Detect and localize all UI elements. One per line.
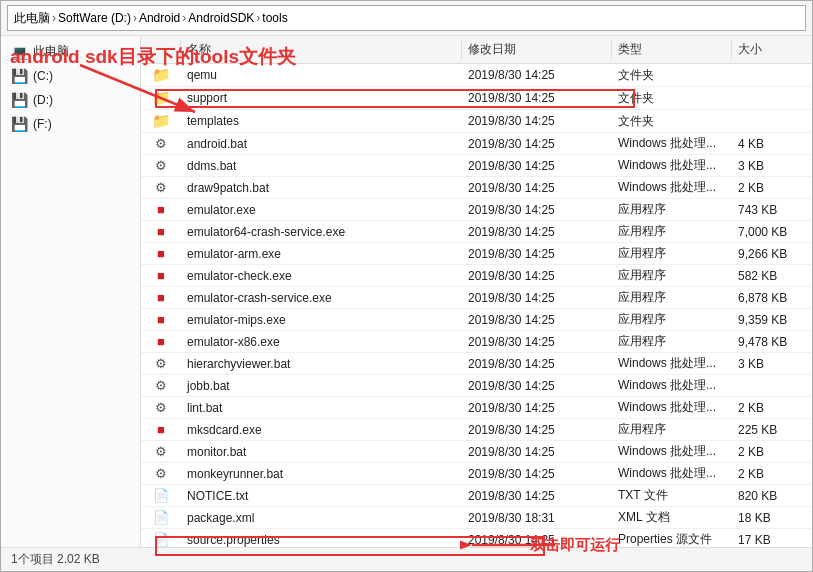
table-row[interactable]: ■ emulator.exe 2019/8/30 14:25 应用程序 743 … <box>141 199 812 221</box>
sidebar-item-d[interactable]: 💾 (D:) <box>1 89 140 111</box>
file-icon-cell: ⚙ <box>141 178 181 197</box>
file-icon-cell: 📄 <box>141 486 181 505</box>
file-modified: 2019/8/30 14:25 <box>462 245 612 263</box>
file-size: 3 KB <box>732 355 812 373</box>
file-icon-cell: ⚙ <box>141 156 181 175</box>
column-headers: 名称 修改日期 类型 大小 <box>141 36 812 64</box>
file-size: 2 KB <box>732 465 812 483</box>
file-name: source.properties <box>181 531 462 548</box>
file-size: 2 KB <box>732 443 812 461</box>
file-modified: 2019/8/30 14:25 <box>462 421 612 439</box>
file-size: 6,878 KB <box>732 289 812 307</box>
table-row[interactable]: 📁 templates 2019/8/30 14:25 文件夹 <box>141 110 812 133</box>
file-modified: 2019/8/30 14:25 <box>462 377 612 395</box>
file-size: 17 KB <box>732 531 812 548</box>
file-modified: 2019/8/30 14:25 <box>462 157 612 175</box>
table-row[interactable]: ■ emulator-mips.exe 2019/8/30 14:25 应用程序… <box>141 309 812 331</box>
file-icon-cell: ■ <box>141 244 181 263</box>
file-type: 文件夹 <box>612 65 732 86</box>
table-row[interactable]: ⚙ monkeyrunner.bat 2019/8/30 14:25 Windo… <box>141 463 812 485</box>
file-size: 3 KB <box>732 157 812 175</box>
file-modified: 2019/8/30 18:31 <box>462 509 612 527</box>
col-header-name[interactable]: 名称 <box>181 39 462 60</box>
file-size: 9,266 KB <box>732 245 812 263</box>
file-type: Windows 批处理... <box>612 397 732 418</box>
sidebar-label: 此电脑 <box>33 43 69 60</box>
file-icon-cell: ⚙ <box>141 398 181 417</box>
sidebar-item-thispc[interactable]: 💻 此电脑 <box>1 40 140 63</box>
table-row[interactable]: ⚙ lint.bat 2019/8/30 14:25 Windows 批处理..… <box>141 397 812 419</box>
file-modified: 2019/8/30 14:25 <box>462 135 612 153</box>
file-name: package.xml <box>181 509 462 527</box>
table-row[interactable]: ■ emulator-arm.exe 2019/8/30 14:25 应用程序 … <box>141 243 812 265</box>
sidebar-item-c[interactable]: 💾 (C:) <box>1 65 140 87</box>
file-name: emulator-crash-service.exe <box>181 289 462 307</box>
file-size: 2 KB <box>732 399 812 417</box>
file-list: 📁 qemu 2019/8/30 14:25 文件夹 📁 support 201… <box>141 64 812 547</box>
table-row[interactable]: ■ mksdcard.exe 2019/8/30 14:25 应用程序 225 … <box>141 419 812 441</box>
col-header-size[interactable]: 大小 <box>732 39 812 60</box>
file-type: 应用程序 <box>612 287 732 308</box>
file-type: Windows 批处理... <box>612 375 732 396</box>
file-icon-cell: ⚙ <box>141 442 181 461</box>
breadcrumb[interactable]: 此电脑 › SoftWare (D:) › Android › AndroidS… <box>7 5 806 31</box>
file-name: emulator.exe <box>181 201 462 219</box>
sidebar-item-f[interactable]: 💾 (F:) <box>1 113 140 135</box>
sidebar-label: (C:) <box>33 69 53 83</box>
table-row[interactable]: 📄 NOTICE.txt 2019/8/30 14:25 TXT 文件 820 … <box>141 485 812 507</box>
file-size <box>732 73 812 77</box>
table-row[interactable]: ■ emulator-check.exe 2019/8/30 14:25 应用程… <box>141 265 812 287</box>
file-size: 4 KB <box>732 135 812 153</box>
file-type: Windows 批处理... <box>612 353 732 374</box>
file-modified: 2019/8/30 14:25 <box>462 201 612 219</box>
file-name: jobb.bat <box>181 377 462 395</box>
table-row[interactable]: ■ emulator-crash-service.exe 2019/8/30 1… <box>141 287 812 309</box>
table-row[interactable]: ⚙ ddms.bat 2019/8/30 14:25 Windows 批处理..… <box>141 155 812 177</box>
file-list-container: 名称 修改日期 类型 大小 📁 qemu 2019/8/30 14:25 文件夹… <box>141 36 812 547</box>
file-icon-cell: ⚙ <box>141 464 181 483</box>
col-header-type[interactable]: 类型 <box>612 39 732 60</box>
table-row[interactable]: ⚙ hierarchyviewer.bat 2019/8/30 14:25 Wi… <box>141 353 812 375</box>
table-row[interactable]: ⚙ draw9patch.bat 2019/8/30 14:25 Windows… <box>141 177 812 199</box>
file-modified: 2019/8/30 14:25 <box>462 465 612 483</box>
file-size: 820 KB <box>732 487 812 505</box>
file-icon-cell: ⚙ <box>141 354 181 373</box>
file-icon-cell: ⚙ <box>141 376 181 395</box>
file-type: Properties 源文件 <box>612 529 732 547</box>
table-row[interactable]: 📁 support 2019/8/30 14:25 文件夹 <box>141 87 812 110</box>
table-row[interactable]: 📄 package.xml 2019/8/30 18:31 XML 文档 18 … <box>141 507 812 529</box>
table-row[interactable]: 📄 source.properties 2019/8/30 14:25 Prop… <box>141 529 812 547</box>
file-name: monkeyrunner.bat <box>181 465 462 483</box>
file-name: support <box>181 89 462 107</box>
col-header-modified[interactable]: 修改日期 <box>462 39 612 60</box>
file-icon-cell: 📁 <box>141 87 181 109</box>
table-row[interactable]: ⚙ jobb.bat 2019/8/30 14:25 Windows 批处理..… <box>141 375 812 397</box>
file-name: templates <box>181 112 462 130</box>
table-row[interactable]: ⚙ monitor.bat 2019/8/30 14:25 Windows 批处… <box>141 441 812 463</box>
file-type: 应用程序 <box>612 309 732 330</box>
file-type: Windows 批处理... <box>612 133 732 154</box>
file-icon-cell: 📄 <box>141 508 181 527</box>
file-size: 18 KB <box>732 509 812 527</box>
file-icon-cell: ■ <box>141 222 181 241</box>
file-type: 应用程序 <box>612 243 732 264</box>
file-name: draw9patch.bat <box>181 179 462 197</box>
file-type: 文件夹 <box>612 111 732 132</box>
sidebar-label: (D:) <box>33 93 53 107</box>
table-row[interactable]: 📁 qemu 2019/8/30 14:25 文件夹 <box>141 64 812 87</box>
file-type: 应用程序 <box>612 221 732 242</box>
table-row[interactable]: ⚙ android.bat 2019/8/30 14:25 Windows 批处… <box>141 133 812 155</box>
file-type: Windows 批处理... <box>612 463 732 484</box>
file-size: 743 KB <box>732 201 812 219</box>
breadcrumb-part: SoftWare (D:) <box>58 11 131 25</box>
col-header-icon <box>141 39 181 60</box>
drive-icon: 💾 <box>11 92 28 108</box>
file-icon-cell: ⚙ <box>141 134 181 153</box>
file-modified: 2019/8/30 14:25 <box>462 355 612 373</box>
table-row[interactable]: ■ emulator-x86.exe 2019/8/30 14:25 应用程序 … <box>141 331 812 353</box>
file-type: Windows 批处理... <box>612 177 732 198</box>
file-name: emulator64-crash-service.exe <box>181 223 462 241</box>
file-modified: 2019/8/30 14:25 <box>462 267 612 285</box>
file-icon-cell: 📄 <box>141 530 181 547</box>
table-row[interactable]: ■ emulator64-crash-service.exe 2019/8/30… <box>141 221 812 243</box>
